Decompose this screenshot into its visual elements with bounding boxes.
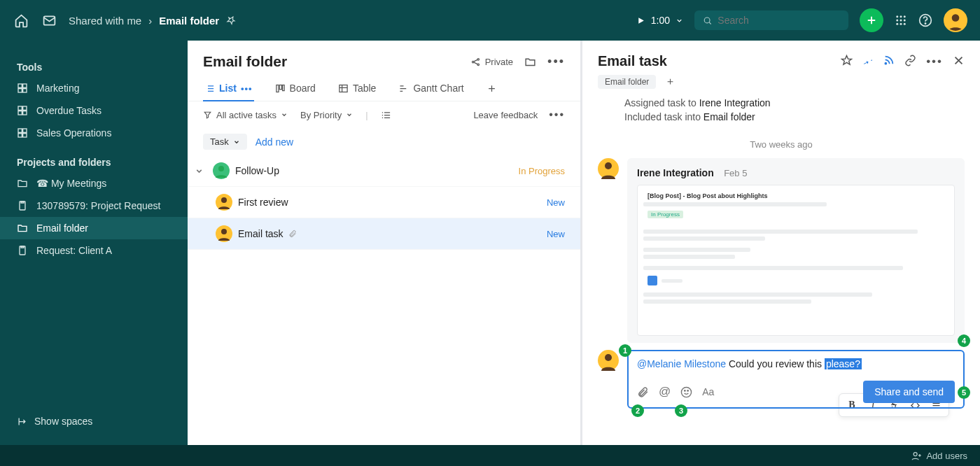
svg-rect-23 bbox=[23, 129, 27, 132]
attach-icon[interactable] bbox=[637, 386, 649, 398]
svg-rect-17 bbox=[23, 89, 27, 92]
tab-list[interactable]: List ••• bbox=[203, 78, 254, 101]
leave-feedback[interactable]: Leave feedback bbox=[473, 110, 538, 120]
help-icon[interactable] bbox=[918, 13, 932, 27]
apps-icon[interactable] bbox=[895, 14, 907, 27]
tab-gantt[interactable]: Gantt Chart bbox=[397, 78, 465, 101]
task-status: New bbox=[547, 229, 565, 239]
task-status: New bbox=[547, 197, 565, 208]
format-text-icon[interactable]: Aa bbox=[702, 386, 714, 397]
clipboard-icon bbox=[17, 245, 28, 256]
svg-rect-14 bbox=[18, 84, 22, 87]
task-name: First review bbox=[238, 197, 547, 208]
svg-point-28 bbox=[472, 61, 474, 63]
task-type-chip[interactable]: Task bbox=[203, 134, 247, 150]
more-icon[interactable]: ••• bbox=[549, 108, 565, 121]
filter-all-active[interactable]: All active tasks bbox=[203, 110, 288, 120]
svg-rect-21 bbox=[23, 111, 27, 115]
search-input[interactable] bbox=[694, 10, 848, 30]
chevron-down-icon[interactable] bbox=[195, 167, 207, 176]
svg-point-9 bbox=[900, 23, 902, 25]
close-icon[interactable] bbox=[953, 55, 965, 69]
sidebar-item-sales[interactable]: Sales Operations bbox=[0, 122, 188, 144]
sidebar-item-project-request[interactable]: 130789579: Project Request bbox=[0, 195, 188, 217]
sidebar: Tools Marketing Overdue Tasks Sales Oper… bbox=[0, 41, 188, 445]
svg-point-4 bbox=[904, 15, 906, 17]
tab-more-icon[interactable]: ••• bbox=[241, 83, 253, 94]
task-name: Email task bbox=[238, 228, 547, 239]
svg-rect-31 bbox=[276, 85, 278, 92]
task-row[interactable]: First review New bbox=[188, 187, 580, 218]
activity-timestamp: Two weeks ago bbox=[582, 139, 980, 150]
add-users-button[interactable]: Add users bbox=[911, 451, 967, 461]
folder-icon bbox=[17, 178, 28, 189]
inbox-icon[interactable] bbox=[41, 12, 57, 29]
sidebar-item-email-folder[interactable]: Email folder bbox=[0, 217, 188, 239]
send-button[interactable]: Share and send bbox=[863, 381, 955, 403]
dashboard-icon bbox=[17, 127, 28, 139]
sidebar-item-label: Overdue Tasks bbox=[36, 105, 102, 116]
chevron-down-icon bbox=[676, 17, 683, 24]
chevron-down-icon bbox=[346, 111, 353, 118]
more-icon[interactable]: ••• bbox=[547, 55, 565, 69]
compose-text[interactable]: @Melanie Milestone Could you review this… bbox=[637, 358, 955, 369]
add-view-button[interactable] bbox=[485, 78, 498, 101]
share-privacy[interactable]: Private bbox=[470, 57, 513, 67]
emoji-icon[interactable] bbox=[680, 386, 692, 398]
tab-table[interactable]: Table bbox=[337, 78, 377, 101]
dashboard-icon bbox=[17, 83, 28, 94]
rss-icon[interactable] bbox=[883, 55, 895, 69]
compose-area: @Melanie Milestone Could you review this… bbox=[598, 350, 965, 409]
expand-all-icon[interactable] bbox=[381, 110, 391, 120]
share-icon bbox=[470, 57, 481, 67]
sidebar-item-client-a[interactable]: Request: Client A bbox=[0, 239, 188, 262]
assignee-avatar bbox=[213, 162, 230, 179]
chevron-down-icon bbox=[233, 139, 240, 146]
folder-header-icon[interactable] bbox=[524, 56, 536, 68]
tab-label: Table bbox=[353, 83, 376, 94]
svg-point-42 bbox=[685, 390, 685, 390]
pin-icon[interactable] bbox=[225, 13, 238, 27]
show-spaces-button[interactable]: Show spaces bbox=[0, 407, 188, 435]
pin-icon[interactable] bbox=[862, 55, 874, 69]
mention[interactable]: @Melanie Milestone bbox=[637, 358, 726, 369]
user-avatar[interactable] bbox=[944, 8, 967, 32]
breadcrumb-current[interactable]: Email folder bbox=[159, 15, 219, 27]
svg-point-36 bbox=[221, 197, 227, 203]
svg-rect-24 bbox=[18, 134, 22, 137]
sidebar-item-overdue[interactable]: Overdue Tasks bbox=[0, 99, 188, 122]
sort-label: By Priority bbox=[300, 110, 342, 120]
home-icon[interactable] bbox=[13, 12, 29, 29]
svg-rect-32 bbox=[279, 85, 281, 89]
assignee-avatar bbox=[216, 194, 232, 211]
more-icon[interactable]: ••• bbox=[926, 55, 943, 69]
svg-point-29 bbox=[477, 58, 479, 60]
create-button[interactable] bbox=[860, 8, 883, 32]
annotation-badge-2: 2 bbox=[631, 404, 644, 417]
task-row[interactable]: Email task New bbox=[188, 218, 580, 250]
task-status: In Progress bbox=[519, 166, 565, 176]
add-folder-icon[interactable]: ＋ bbox=[665, 75, 676, 87]
annotation-badge-3: 3 bbox=[675, 404, 687, 417]
sort-by-priority[interactable]: By Priority bbox=[300, 110, 353, 120]
svg-rect-18 bbox=[18, 106, 22, 110]
timer-control[interactable]: 1:00 bbox=[636, 15, 683, 26]
breadcrumb-parent[interactable]: Shared with me bbox=[69, 15, 141, 27]
compose-input[interactable]: @Melanie Milestone Could you review this… bbox=[627, 350, 965, 409]
search-field[interactable] bbox=[718, 15, 840, 26]
svg-point-37 bbox=[221, 229, 227, 234]
svg-point-3 bbox=[900, 15, 902, 17]
sidebar-item-marketing[interactable]: Marketing bbox=[0, 77, 188, 99]
star-icon[interactable] bbox=[841, 55, 853, 69]
embedded-preview[interactable]: [Blog Post] - Blog Post about Highlights… bbox=[637, 185, 955, 336]
svg-rect-33 bbox=[282, 85, 284, 90]
sidebar-item-meetings[interactable]: ☎ My Meetings bbox=[0, 172, 188, 195]
dashboard-icon bbox=[17, 105, 28, 116]
task-group-row[interactable]: Follow-Up In Progress bbox=[188, 155, 580, 187]
task-folder-chip[interactable]: Email folder bbox=[598, 75, 656, 89]
mention-icon[interactable]: @ bbox=[659, 385, 671, 399]
svg-point-40 bbox=[605, 354, 612, 361]
tab-board[interactable]: Board bbox=[274, 78, 317, 101]
add-new-task[interactable]: Add new bbox=[255, 136, 293, 148]
link-icon[interactable] bbox=[904, 55, 916, 69]
